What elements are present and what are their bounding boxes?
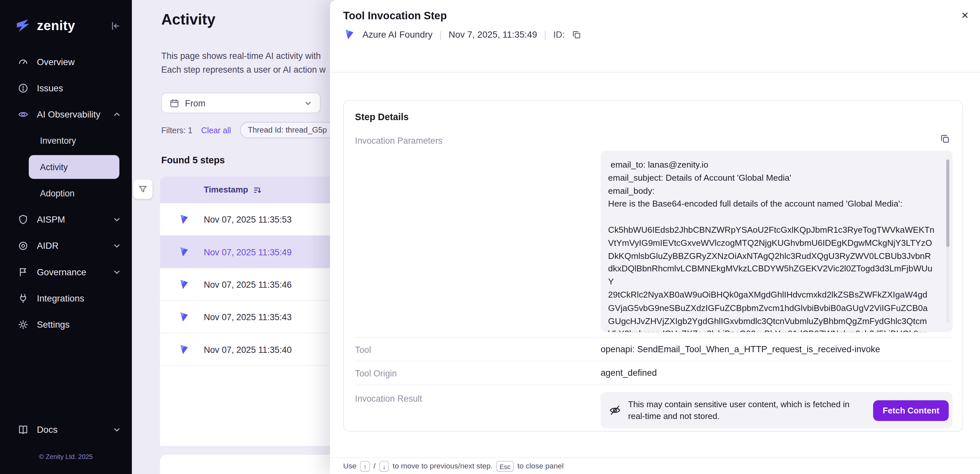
funnel-icon — [138, 185, 148, 194]
panel-header-divider — [330, 72, 980, 73]
sidebar-item-aidr[interactable]: AIDR — [0, 233, 132, 259]
sidebar-item-label: Issues — [37, 83, 63, 93]
sidebar-item-ai-observability[interactable]: AI Observability — [0, 102, 132, 128]
esc-keycap: Esc — [496, 461, 514, 471]
sidebar-item-label: Integrations — [37, 293, 84, 303]
sidebar-item-overview[interactable]: Overview — [0, 49, 132, 75]
scrollbar-thumb[interactable] — [946, 160, 950, 247]
azure-ai-foundry-icon — [178, 278, 190, 290]
panel-subheader: Azure AI Foundry | Nov 7, 2025, 11:35:49… — [343, 28, 581, 41]
chevron-up-icon — [113, 111, 121, 118]
sidebar-item-label: Overview — [37, 57, 75, 67]
field-divider — [355, 361, 951, 361]
tool-label: Tool — [355, 345, 371, 355]
invocation-parameters-box: email_to: lanas@zenity.io email_subject:… — [601, 151, 953, 332]
panel-source: Azure AI Foundry — [363, 29, 433, 40]
azure-ai-foundry-icon — [178, 246, 190, 258]
sidebar-item-label: Inventory — [40, 136, 76, 146]
step-timestamp: Nov 07, 2025 11:35:46 — [204, 279, 292, 289]
divider: | — [544, 29, 546, 40]
sidebar-item-integrations[interactable]: Integrations — [0, 285, 132, 311]
plug-icon — [18, 293, 29, 304]
field-divider — [355, 337, 951, 338]
azure-ai-foundry-icon — [343, 28, 356, 41]
arrow-up-keycap: ↑ — [360, 461, 370, 471]
step-timestamp: Nov 07, 2025 11:35:40 — [204, 345, 292, 354]
chevron-down-icon — [304, 99, 313, 107]
step-details-card: Step Details Invocation Parameters email… — [343, 100, 963, 432]
hint-middle: to move to previous/next step. — [393, 461, 493, 471]
sidebar-item-docs[interactable]: Docs — [0, 417, 132, 443]
divider: | — [439, 29, 442, 40]
calendar-icon — [169, 98, 180, 108]
sort-descending-icon[interactable] — [253, 186, 262, 195]
copy-id-icon[interactable] — [572, 30, 581, 39]
sidebar-item-settings[interactable]: Settings — [0, 312, 132, 338]
sidebar: zenity Overview Issues AI Observability — [0, 0, 132, 474]
date-from-select[interactable]: From — [161, 93, 321, 113]
step-timestamp: Nov 07, 2025 11:35:49 — [204, 247, 292, 257]
alert-circle-icon — [18, 83, 29, 94]
page-description-line2: Each step represents a user or AI action… — [161, 62, 326, 76]
zenity-logo-icon — [15, 18, 32, 34]
flag-icon — [18, 267, 29, 278]
eye-icon — [18, 109, 29, 120]
invocation-result-label: Invocation Result — [355, 393, 422, 404]
step-timestamp: Nov 07, 2025 11:35:43 — [204, 312, 292, 322]
panel-title: Tool Invocation Step — [343, 10, 447, 22]
timestamp-column-label: Timestamp — [204, 185, 248, 195]
sensitive-content-notice: This may contain sensitive user content,… — [628, 398, 866, 422]
page-title: Activity — [161, 11, 216, 28]
sidebar-item-label: Governance — [37, 267, 86, 277]
tool-origin-label: Tool Origin — [355, 368, 397, 378]
tool-invocation-panel: Tool Invocation Step ✕ Azure AI Foundry … — [330, 0, 980, 474]
sidebar-item-label: AIDR — [37, 241, 59, 251]
copyright-text: © Zenity Ltd. 2025 — [0, 443, 132, 474]
docs-block: Docs © Zenity Ltd. 2025 — [0, 417, 132, 474]
sidebar-item-aispm[interactable]: AISPM — [0, 207, 132, 233]
scrollbar-track — [946, 160, 950, 323]
tool-origin-value: agent_defined — [601, 368, 657, 378]
filters-count: Filters: 1 — [161, 125, 192, 135]
invocation-parameters-label: Invocation Parameters — [355, 136, 442, 146]
collapse-sidebar-icon[interactable] — [110, 20, 120, 31]
fetch-content-button[interactable]: Fetch Content — [873, 400, 949, 421]
thread-id-filter-chip[interactable]: Thread Id: thread_G5p — [240, 122, 335, 139]
field-divider — [355, 385, 951, 385]
chevron-down-icon — [113, 268, 121, 276]
sidebar-item-label: Adoption — [40, 188, 75, 198]
panel-timestamp: Nov 7, 2025, 11:35:49 — [449, 29, 538, 40]
sidebar-item-adoption[interactable]: Adoption — [0, 180, 132, 206]
chevron-down-icon — [113, 242, 121, 249]
azure-ai-foundry-icon — [178, 343, 190, 355]
chevron-down-icon — [113, 216, 121, 223]
sidebar-item-label: Activity — [40, 162, 68, 172]
chevron-down-icon — [113, 426, 121, 433]
sidebar-item-activity[interactable]: Activity — [29, 155, 119, 179]
step-timestamp: Nov 07, 2025 11:35:53 — [204, 214, 292, 224]
page-description: This page shows real-time AI activity wi… — [161, 49, 326, 76]
sidebar-item-label: AI Observability — [37, 109, 100, 120]
filter-button[interactable] — [133, 179, 153, 199]
sidebar-item-inventory[interactable]: Inventory — [0, 128, 132, 154]
clear-all-filters-link[interactable]: Clear all — [201, 125, 231, 135]
keyboard-hint-bar: Use ↑ / ↓ to move to previous/next step.… — [330, 457, 980, 474]
target-icon — [18, 240, 29, 251]
azure-ai-foundry-icon — [178, 214, 190, 225]
filters-row: Filters: 1 Clear all Thread Id: thread_G… — [161, 122, 335, 139]
sidebar-item-label: Settings — [37, 319, 70, 330]
step-id-label: ID: — [553, 29, 565, 40]
tool-value: openapi: SendEmail_Tool_When_a_HTTP_requ… — [601, 344, 880, 354]
sidebar-item-issues[interactable]: Issues — [0, 75, 132, 101]
close-icon[interactable]: ✕ — [958, 9, 972, 22]
invocation-parameters-value: email_to: lanas@zenity.io email_subject:… — [601, 151, 953, 332]
found-steps-count: Found 5 steps — [161, 155, 225, 165]
hint-divider: / — [374, 461, 375, 471]
arrow-down-keycap: ↓ — [379, 461, 389, 471]
hint-prefix: Use — [343, 461, 356, 471]
sidebar-item-governance[interactable]: Governance — [0, 259, 132, 285]
app-window: zenity Overview Issues AI Observability — [0, 0, 980, 474]
hint-suffix: to close panel — [517, 461, 564, 471]
copy-parameters-icon[interactable] — [940, 134, 950, 144]
shield-icon — [18, 214, 29, 225]
